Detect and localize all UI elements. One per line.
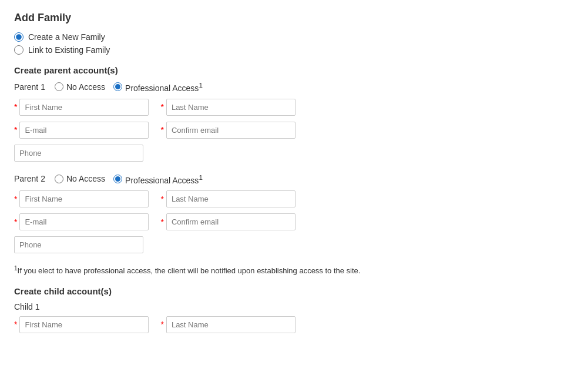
parent1-last-name-input[interactable]: [166, 99, 296, 116]
parent2-first-name-required: *: [14, 195, 17, 204]
parent2-email-input[interactable]: [19, 213, 149, 230]
parent2-last-name-input[interactable]: [166, 190, 296, 207]
parent1-email-field: *: [14, 122, 149, 139]
parent2-phone-row: [14, 236, 550, 253]
professional-access-footnote: 1If you elect to have professional acces…: [14, 265, 496, 275]
parent2-email-required: *: [14, 217, 17, 227]
family-type-radio-group: Create a New Family Link to Existing Fam…: [14, 32, 550, 55]
child1-last-name-field: *: [160, 316, 295, 333]
child1-first-name-required: *: [14, 320, 17, 329]
parent1-access-radio-group: No Access Professional Access1: [55, 81, 203, 93]
child1-first-name-input[interactable]: [19, 316, 149, 333]
parent2-phone-input[interactable]: [14, 236, 143, 253]
parent2-professional-access-radio[interactable]: [113, 175, 122, 183]
parent1-phone-input[interactable]: [14, 145, 143, 162]
child1-last-name-required: *: [160, 320, 163, 329]
parent1-name-row: * *: [14, 99, 550, 116]
child1-last-name-input[interactable]: [166, 316, 296, 333]
parent2-phone-field: [14, 236, 143, 253]
parent1-no-access-radio[interactable]: [55, 82, 63, 91]
parent2-no-access-radio[interactable]: [55, 175, 63, 183]
parent1-label: Parent 1: [14, 82, 45, 92]
child-section-title: Create child account(s): [14, 286, 550, 296]
parent1-email-input[interactable]: [19, 122, 149, 139]
parent2-first-name-field: *: [14, 190, 149, 207]
parent1-professional-access-radio[interactable]: [113, 82, 122, 91]
child1-name-row: * *: [14, 316, 550, 333]
parent2-first-name-input[interactable]: [19, 190, 149, 207]
parent1-no-access-option[interactable]: No Access: [55, 82, 105, 92]
link-existing-family-radio[interactable]: [14, 45, 24, 55]
create-new-family-radio[interactable]: [14, 32, 24, 42]
create-new-family-label: Create a New Family: [28, 32, 105, 42]
parent1-last-name-field: *: [160, 99, 295, 116]
child1-first-name-field: *: [14, 316, 149, 333]
create-new-family-option[interactable]: Create a New Family: [14, 32, 550, 42]
parent2-no-access-option[interactable]: No Access: [55, 174, 105, 183]
parent1-confirm-email-field: *: [160, 122, 295, 139]
parent2-last-name-required: *: [160, 195, 163, 204]
parent1-block: Parent 1 No Access Professional Access1 …: [14, 81, 550, 162]
child1-label: Child 1: [14, 302, 550, 311]
parent1-first-name-input[interactable]: [19, 99, 149, 116]
link-existing-family-option[interactable]: Link to Existing Family: [14, 45, 550, 55]
parent1-first-name-field: *: [14, 99, 149, 116]
parent2-label-row: Parent 2 No Access Professional Access1: [14, 173, 550, 185]
parent1-first-name-required: *: [14, 102, 17, 112]
parent1-confirm-email-required: *: [160, 125, 163, 135]
parent1-professional-access-option[interactable]: Professional Access1: [113, 81, 203, 93]
parent2-email-field: *: [14, 213, 149, 230]
parent2-confirm-email-field: *: [160, 213, 295, 230]
page-title: Add Family: [14, 12, 550, 24]
parent2-confirm-email-required: *: [160, 217, 163, 227]
parent1-professional-access-label: Professional Access1: [125, 81, 203, 93]
parent2-no-access-label: No Access: [66, 174, 105, 183]
parent2-last-name-field: *: [160, 190, 295, 207]
parent1-phone-row: [14, 145, 550, 162]
parent2-block: Parent 2 No Access Professional Access1 …: [14, 173, 550, 254]
parent-section-title: Create parent account(s): [14, 65, 550, 75]
parent2-label: Parent 2: [14, 174, 45, 183]
parent1-no-access-label: No Access: [66, 82, 105, 92]
parent1-phone-field: [14, 145, 143, 162]
parent1-confirm-email-input[interactable]: [166, 122, 296, 139]
parent2-email-row: * *: [14, 213, 550, 230]
parent2-name-row: * *: [14, 190, 550, 207]
parent1-email-required: *: [14, 125, 17, 135]
parent1-email-row: * *: [14, 122, 550, 139]
parent1-label-row: Parent 1 No Access Professional Access1: [14, 81, 550, 93]
parent2-professional-access-option[interactable]: Professional Access1: [113, 173, 203, 185]
parent2-confirm-email-input[interactable]: [166, 213, 296, 230]
link-existing-family-label: Link to Existing Family: [28, 45, 110, 55]
parent2-professional-access-label: Professional Access1: [125, 173, 203, 185]
parent1-last-name-required: *: [160, 102, 163, 112]
parent2-access-radio-group: No Access Professional Access1: [55, 173, 203, 185]
